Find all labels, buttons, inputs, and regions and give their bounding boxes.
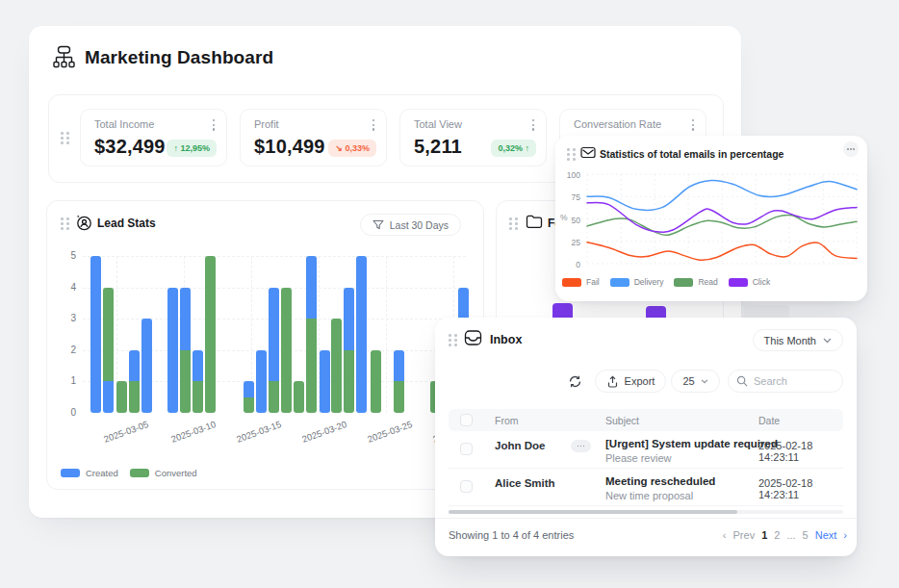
inbox-card: Inbox This Month Export 25 [435,318,857,556]
select-all-checkbox[interactable] [460,414,473,426]
bar-segment-created [193,350,203,382]
search-field [728,370,843,393]
inbox-footer: Showing 1 to 4 of 4 entries ‹Prev12...5N… [435,518,857,519]
bar-segment-created [256,350,267,413]
cell-preview: Please review [605,452,671,464]
bar-segment-converted [103,288,114,382]
trend-badge: ↑ 12,95% [167,140,217,157]
gridline [83,256,466,257]
row-actions-button[interactable] [571,440,591,452]
legend-chip [729,278,748,287]
export-icon [606,375,619,388]
y-tick-label: 1 [55,375,76,386]
prev-button[interactable]: Prev [733,529,756,541]
cell-date: 2025-02-18 14:23:11 [758,477,843,500]
stat-title: Total Income [94,118,154,130]
y-tick-label: 2 [55,345,76,355]
bar-segment-converted [331,319,342,413]
export-button[interactable]: Export [595,370,666,393]
legend-label: Delivery [634,277,664,287]
page-title: Marketing Dashboard [85,47,273,68]
bar-segment-converted [116,381,127,413]
legend-label: Read [698,277,717,287]
legend-label: Click [753,277,770,287]
trend-badge: 0,32% ↑ [491,140,536,157]
column-header-date: Date [758,415,780,426]
x-tick-label: 2025-03-05 [92,415,160,447]
drag-handle[interactable] [449,334,457,346]
legend-item: Click [729,277,770,287]
kebab-menu-icon[interactable] [209,117,218,133]
page-size-select[interactable]: 25 [671,370,720,393]
y-tick-label: 4 [55,282,76,293]
page-button-2[interactable]: 2 [774,529,780,541]
inbox-table: From Subject Date John Doe[Urgent] Syste… [449,409,843,506]
period-label: This Month [764,335,816,346]
export-label: Export [625,375,655,387]
page-button-5[interactable]: 5 [803,529,809,541]
bar-segment-created [103,381,114,413]
trend-badge: ↘ 0,33% [328,140,376,157]
scrollbar-thumb[interactable] [449,510,737,514]
table-header-row: From Subject Date [449,409,843,431]
bar-segment-converted [394,381,404,413]
legend-item: Delivery [610,277,664,287]
legend-item: Created [61,468,118,478]
row-checkbox[interactable] [460,480,473,493]
gridline [386,256,387,413]
search-input[interactable] [754,375,831,387]
period-select-button[interactable]: This Month [753,329,843,351]
bar-segment-created [344,288,354,350]
x-tick-label: 2025-03-10 [160,415,227,447]
bar-segment-converted [180,350,191,413]
x-tick-label: 2025-03-25 [356,415,424,447]
x-tick-label: 2025-03-20 [291,415,358,447]
horizontal-scrollbar [449,510,843,514]
bar-segment-created [394,350,404,382]
table-row[interactable]: Alice SmithMeeting rescheduledNew time p… [449,469,843,506]
legend-label: Fail [586,277,600,287]
legend-chip [562,278,581,287]
inbox-title: Inbox [490,333,522,346]
y-tick-label: 25 [561,238,580,247]
bar-segment-converted [205,256,216,413]
bar-segment-created [306,256,317,319]
kebab-menu-icon[interactable] [369,117,378,133]
x-tick-label: 2025-03-15 [225,415,293,447]
bar-segment-converted [269,381,279,413]
search-icon [736,375,748,387]
bar-segment-created [244,381,254,396]
bar-segment-created [129,350,140,382]
entries-summary: Showing 1 to 4 of 4 entries [449,529,574,541]
pagination-ellipsis: ... [786,529,795,541]
row-checkbox[interactable] [460,443,473,455]
chevron-down-icon [701,379,708,384]
stat-value: $32,499 [94,136,166,158]
refresh-button[interactable] [560,370,589,393]
next-chevron[interactable]: › [843,529,847,541]
next-button[interactable]: Next [815,529,837,541]
legend-item: Read [674,277,717,287]
legend-chip [61,469,80,477]
page-button-1[interactable]: 1 [761,529,767,541]
kebab-menu-icon[interactable] [528,117,538,133]
table-body: John Doe[Urgent] System update requiredP… [449,431,843,506]
prev-chevron[interactable]: ‹ [723,529,727,541]
bar-segment-converted [193,381,203,413]
bar-segment-converted [294,381,304,413]
column-header-subject: Subject [605,415,639,426]
cell-subject: [Urgent] System update required [605,438,778,449]
bar-segment-converted [244,397,254,413]
y-tick-label: 0 [561,260,580,269]
kebab-menu-icon[interactable] [688,117,698,133]
bar-segment-converted [129,381,140,413]
chevron-down-icon [823,338,832,344]
y-tick-label: 50 [561,216,580,225]
bar-segment-created [356,256,367,413]
drag-handle[interactable] [509,217,518,230]
column-header-from: From [495,415,519,426]
bar-segment-created [180,288,191,350]
table-row[interactable]: John Doe[Urgent] System update requiredP… [449,431,843,469]
drag-handle[interactable] [61,132,69,144]
stat-value: $10,499 [254,136,325,158]
